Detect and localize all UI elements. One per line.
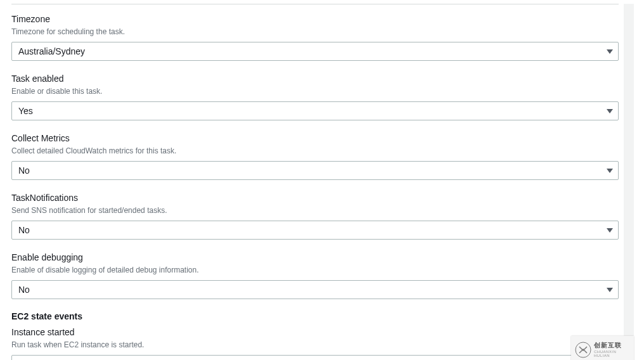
- field-label: Enable debugging: [11, 252, 621, 264]
- divider: [11, 4, 619, 4]
- form-content: Timezone Timezone for scheduling the tas…: [0, 4, 634, 360]
- field-label: Collect Metrics: [11, 132, 621, 145]
- form-group-timezone: Timezone Timezone for scheduling the tas…: [11, 13, 621, 61]
- form-group-task-notifications: TaskNotifications Send SNS notification …: [11, 192, 621, 240]
- watermark-line1: 创新互联: [594, 342, 630, 349]
- select-value: No: [18, 165, 30, 176]
- field-description: Send SNS notification for started/ended …: [11, 205, 621, 215]
- select-value: Australia/Sydney: [18, 46, 85, 56]
- field-description: Enable or disable this task.: [11, 86, 621, 96]
- form-group-collect-metrics: Collect Metrics Collect detailed CloudWa…: [11, 132, 621, 180]
- watermark-line2: CHUANXIN HULIAN: [594, 350, 630, 357]
- watermark-text: 创新互联 CHUANXIN HULIAN: [594, 342, 630, 357]
- form-group-task-enabled: Task enabled Enable or disable this task…: [11, 73, 621, 120]
- svg-marker-3: [607, 228, 613, 233]
- field-description: Run task when EC2 instance is started.: [11, 340, 621, 350]
- field-description: Timezone for scheduling the task.: [11, 27, 621, 37]
- field-label: Task enabled: [11, 73, 621, 85]
- chevron-down-icon: [607, 109, 613, 113]
- chevron-down-icon: [607, 228, 613, 233]
- form-group-instance-started: Instance started Run task when EC2 insta…: [11, 326, 621, 360]
- chevron-down-icon: [607, 169, 613, 173]
- watermark-badge: 创新互联 CHUANXIN HULIAN: [571, 336, 634, 360]
- collect-metrics-select[interactable]: No: [11, 161, 619, 180]
- task-enabled-select[interactable]: Yes: [11, 101, 619, 120]
- field-label: Timezone: [11, 13, 621, 25]
- instance-started-select[interactable]: No: [11, 355, 619, 360]
- svg-marker-4: [607, 288, 613, 292]
- field-label: Instance started: [11, 326, 621, 338]
- svg-marker-2: [607, 169, 613, 173]
- watermark-logo-icon: [575, 341, 591, 359]
- select-value: No: [18, 225, 30, 235]
- right-gutter: [624, 4, 634, 337]
- field-description: Collect detailed CloudWatch metrics for …: [11, 146, 621, 156]
- svg-marker-1: [607, 109, 613, 113]
- chevron-down-icon: [607, 49, 613, 54]
- page-root: Timezone Timezone for scheduling the tas…: [0, 4, 634, 360]
- task-notifications-select[interactable]: No: [11, 221, 619, 240]
- enable-debugging-select[interactable]: No: [11, 280, 619, 299]
- select-value: Yes: [18, 106, 33, 116]
- form-group-enable-debugging: Enable debugging Enable of disable loggi…: [11, 252, 621, 299]
- timezone-select[interactable]: Australia/Sydney: [11, 42, 619, 61]
- field-description: Enable of disable logging of detailed de…: [11, 265, 621, 275]
- chevron-down-icon: [607, 288, 613, 292]
- field-label: TaskNotifications: [11, 192, 621, 204]
- select-value: No: [18, 285, 30, 295]
- svg-marker-0: [607, 49, 613, 54]
- section-title-ec2-state-events: EC2 state events: [11, 311, 621, 321]
